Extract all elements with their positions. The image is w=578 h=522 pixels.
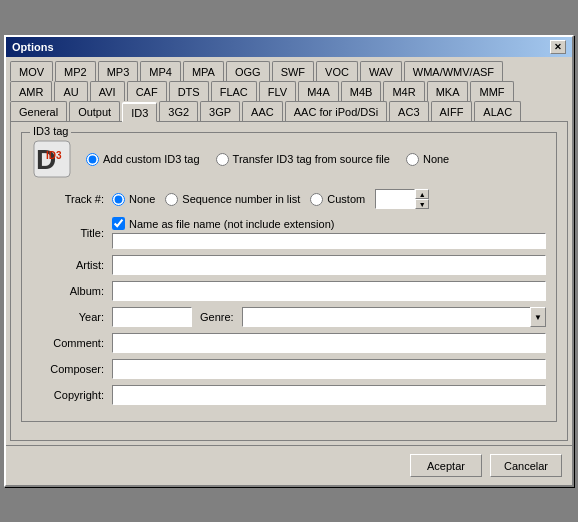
title-checkbox-row: Name as file name (not include extension… [112, 217, 546, 230]
tabs-row-3: General Output ID3 3G2 3GP AAC AAC for i… [10, 101, 568, 121]
title-bar-buttons: ✕ [550, 40, 566, 54]
tab-avi[interactable]: AVI [90, 81, 125, 101]
tab-mka[interactable]: MKA [427, 81, 469, 101]
artist-row: Artist: [32, 255, 546, 275]
track-sequence-label: Sequence number in list [182, 193, 300, 205]
track-custom-value[interactable] [375, 189, 415, 209]
ok-button[interactable]: Aceptar [410, 454, 482, 477]
composer-input[interactable] [112, 359, 546, 379]
radio-transfer[interactable]: Transfer ID3 tag from source file [216, 153, 390, 166]
tab-output[interactable]: Output [69, 101, 120, 121]
tab-m4r[interactable]: M4R [383, 81, 424, 101]
spinner: ▲ ▼ [415, 189, 429, 209]
tab-3gp[interactable]: 3GP [200, 101, 240, 121]
album-label: Album: [32, 285, 112, 297]
tab-mp4[interactable]: MP4 [140, 61, 181, 81]
title-input[interactable] [112, 233, 546, 249]
copyright-input[interactable] [112, 385, 546, 405]
radio-transfer-label: Transfer ID3 tag from source file [233, 153, 390, 165]
track-none-label: None [129, 193, 155, 205]
tab-mp3[interactable]: MP3 [98, 61, 139, 81]
tab-dts[interactable]: DTS [169, 81, 209, 101]
comment-label: Comment: [32, 337, 112, 349]
title-bar: Options ✕ [6, 37, 572, 57]
composer-label: Composer: [32, 363, 112, 375]
tab-panel: ID3 tag D ID3 [10, 121, 568, 441]
track-label: Track #: [32, 193, 112, 205]
radio-add-custom-input[interactable] [86, 153, 99, 166]
tab-m4a[interactable]: M4A [298, 81, 339, 101]
title-checkbox-label: Name as file name (not include extension… [129, 218, 334, 230]
tab-mov[interactable]: MOV [10, 61, 53, 81]
comment-row: Comment: [32, 333, 546, 353]
tab-alac[interactable]: ALAC [474, 101, 521, 121]
spinner-down[interactable]: ▼ [415, 199, 429, 209]
spinner-up[interactable]: ▲ [415, 189, 429, 199]
id3-logo: D ID3 [32, 139, 72, 179]
genre-select[interactable] [242, 307, 546, 327]
album-row: Album: [32, 281, 546, 301]
track-custom-label: Custom [327, 193, 365, 205]
tab-voc[interactable]: VOC [316, 61, 358, 81]
tab-id3[interactable]: ID3 [122, 102, 157, 122]
tab-m4b[interactable]: M4B [341, 81, 382, 101]
id3-header: D ID3 Add custom ID3 tag Transfer ID3 t [32, 139, 546, 179]
tab-mp2[interactable]: MP2 [55, 61, 96, 81]
id3-radio-group: Add custom ID3 tag Transfer ID3 tag from… [86, 153, 449, 166]
track-none[interactable]: None [112, 193, 155, 206]
track-custom[interactable]: Custom [310, 193, 365, 206]
composer-row: Composer: [32, 359, 546, 379]
year-genre-row: Year: Genre: ▼ [32, 307, 546, 327]
radio-add-custom-label: Add custom ID3 tag [103, 153, 200, 165]
window-title: Options [12, 41, 54, 53]
tab-mmf[interactable]: MMF [470, 81, 513, 101]
tab-general[interactable]: General [10, 101, 67, 121]
tabs-row-2: AMR AU AVI CAF DTS FLAC FLV M4A M4B M4R … [10, 81, 568, 101]
comment-input[interactable] [112, 333, 546, 353]
track-none-input[interactable] [112, 193, 125, 206]
tab-aiff[interactable]: AIFF [431, 101, 473, 121]
tab-flv[interactable]: FLV [259, 81, 296, 101]
tab-flac[interactable]: FLAC [211, 81, 257, 101]
tab-3g2[interactable]: 3G2 [159, 101, 198, 121]
track-custom-input[interactable] [310, 193, 323, 206]
svg-text:ID3: ID3 [46, 150, 62, 161]
radio-none-top[interactable]: None [406, 153, 449, 166]
tabs-row-1: MOV MP2 MP3 MP4 MPA OGG SWF VOC WAV WMA/… [10, 61, 568, 81]
close-button[interactable]: ✕ [550, 40, 566, 54]
radio-add-custom[interactable]: Add custom ID3 tag [86, 153, 200, 166]
title-label: Title: [32, 227, 112, 239]
tab-wma[interactable]: WMA/WMV/ASF [404, 61, 503, 81]
album-input[interactable] [112, 281, 546, 301]
tab-wav[interactable]: WAV [360, 61, 402, 81]
id3-groupbox: ID3 tag D ID3 [21, 132, 557, 422]
track-custom-spinner: ▲ ▼ [375, 189, 429, 209]
tab-aac-ipod[interactable]: AAC for iPod/DSi [285, 101, 387, 121]
radio-none-top-label: None [423, 153, 449, 165]
tab-ac3[interactable]: AC3 [389, 101, 428, 121]
title-checkbox[interactable] [112, 217, 125, 230]
radio-transfer-input[interactable] [216, 153, 229, 166]
tab-caf[interactable]: CAF [127, 81, 167, 101]
genre-select-wrapper: ▼ [242, 307, 546, 327]
tab-ogg[interactable]: OGG [226, 61, 270, 81]
bottom-bar: Aceptar Cancelar [6, 445, 572, 485]
cancel-button[interactable]: Cancelar [490, 454, 562, 477]
year-input[interactable] [112, 307, 192, 327]
title-row: Title: Name as file name (not include ex… [32, 217, 546, 249]
copyright-label: Copyright: [32, 389, 112, 401]
groupbox-label: ID3 tag [30, 125, 71, 137]
options-window: Options ✕ MOV MP2 MP3 MP4 MPA OGG SWF VO… [4, 35, 574, 487]
tab-aac[interactable]: AAC [242, 101, 283, 121]
genre-label: Genre: [192, 311, 242, 323]
radio-none-top-input[interactable] [406, 153, 419, 166]
tab-mpa[interactable]: MPA [183, 61, 224, 81]
tab-amr[interactable]: AMR [10, 81, 52, 101]
tab-au[interactable]: AU [54, 81, 87, 101]
artist-input[interactable] [112, 255, 546, 275]
artist-label: Artist: [32, 259, 112, 271]
tab-swf[interactable]: SWF [272, 61, 314, 81]
content-area: MOV MP2 MP3 MP4 MPA OGG SWF VOC WAV WMA/… [6, 57, 572, 445]
track-sequence-input[interactable] [165, 193, 178, 206]
track-sequence[interactable]: Sequence number in list [165, 193, 300, 206]
